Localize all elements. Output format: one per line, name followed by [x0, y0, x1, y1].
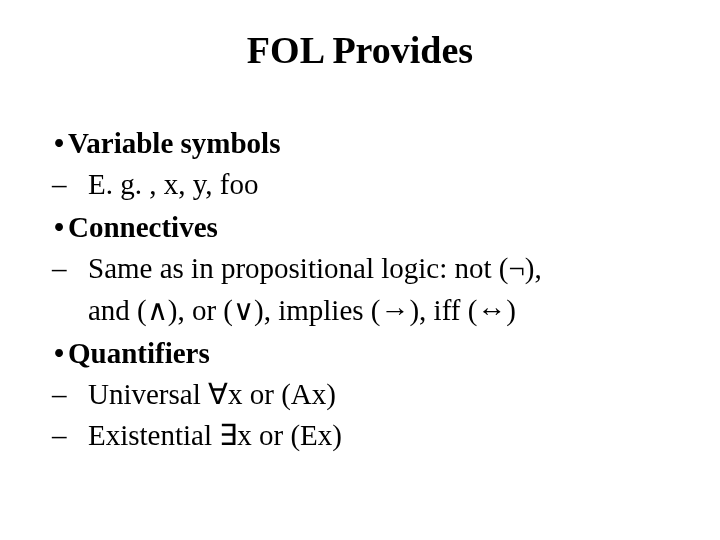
bullet-connectives: •Connectives — [54, 208, 680, 247]
subbullet-connectives-line2: and (∧), or (∨), implies (→), iff (↔) — [54, 291, 680, 330]
subbullet-variables-example: –E. g. , x, y, foo — [54, 165, 680, 204]
dash-icon: – — [70, 249, 88, 288]
bullet-label: Connectives — [68, 211, 218, 243]
bullet-quantifiers: •Quantifiers — [54, 334, 680, 373]
subbullet-universal: –Universal ∀x or (Ax) — [54, 375, 680, 414]
subbullet-connectives-line1: –Same as in propositional logic: not (¬)… — [54, 249, 680, 288]
dash-icon: – — [70, 416, 88, 455]
subbullet-text: Universal ∀x or (Ax) — [88, 378, 336, 410]
bullet-icon: • — [54, 208, 68, 247]
subbullet-existential: –Existential ∃x or (Ex) — [54, 416, 680, 455]
slide-title: FOL Provides — [0, 28, 720, 72]
bullet-variable-symbols: •Variable symbols — [54, 124, 680, 163]
bullet-label: Variable symbols — [68, 127, 280, 159]
subbullet-text: Existential ∃x or (Ex) — [88, 419, 342, 451]
dash-icon: – — [70, 375, 88, 414]
subbullet-text: E. g. , x, y, foo — [88, 168, 259, 200]
subbullet-text: Same as in propositional logic: not (¬), — [88, 252, 542, 284]
bullet-label: Quantifiers — [68, 337, 210, 369]
slide-body: •Variable symbols –E. g. , x, y, foo •Co… — [54, 120, 680, 455]
bullet-icon: • — [54, 124, 68, 163]
bullet-icon: • — [54, 334, 68, 373]
slide: FOL Provides •Variable symbols –E. g. , … — [0, 0, 720, 540]
dash-icon: – — [70, 165, 88, 204]
subbullet-text: and (∧), or (∨), implies (→), iff (↔) — [88, 294, 516, 326]
